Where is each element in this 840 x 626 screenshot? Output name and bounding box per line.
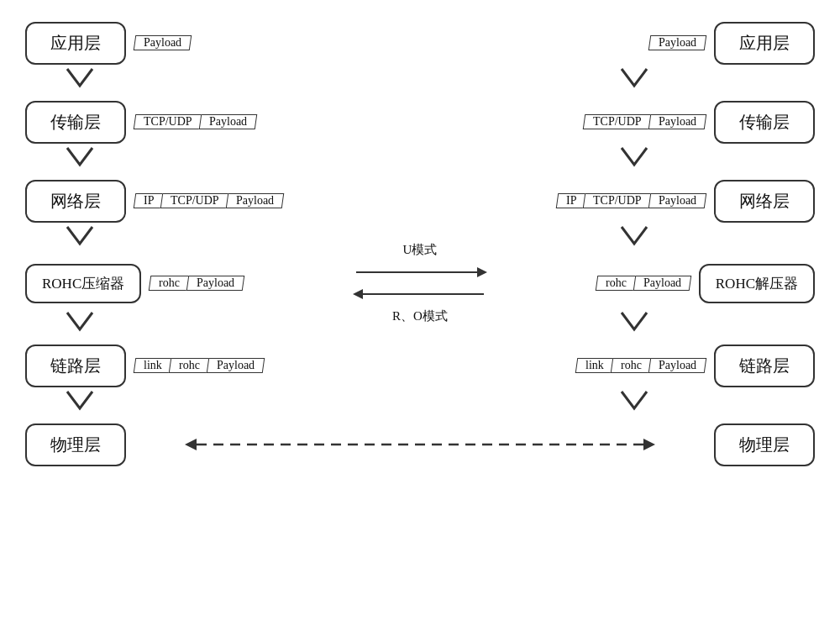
link-right-link: link <box>575 358 614 373</box>
arrow-row-1 <box>25 69 815 96</box>
link-left-packet: link rohc Payload <box>126 349 325 382</box>
network-right-tcpudp: TCP/UDP <box>583 193 652 208</box>
rohc-right-packet: rohc Payload <box>487 266 699 300</box>
link-right-rohc: rohc <box>611 358 652 373</box>
app-right-box: 应用层 <box>714 22 815 65</box>
link-right-box: 链路层 <box>714 345 815 387</box>
arrow-row-4 <box>25 313 815 339</box>
rohc-right-rohc: rohc <box>596 276 637 291</box>
app-left-box: 应用层 <box>25 22 126 65</box>
link-left-payload: Payload <box>206 358 265 373</box>
arrow-row-5 <box>25 392 815 418</box>
rohc-right-payload: Payload <box>633 276 691 291</box>
down-arrow-rohc-right <box>580 311 689 342</box>
rohc-left-payload: Payload <box>186 276 245 291</box>
rohc-layer-row: ROHC压缩器 rohc Payload U模式 R、O模式 <box>25 254 815 313</box>
right-arrow-svg <box>353 263 487 281</box>
dashed-bidirectional-arrow <box>185 432 655 457</box>
link-left-rohc: rohc <box>169 358 210 373</box>
app-right-packet: Payload <box>515 26 714 60</box>
link-layer-row: 链路层 link rohc Payload link rohc Payload … <box>25 339 815 392</box>
transport-right-tcpudp: TCP/UDP <box>583 114 652 129</box>
rohc-left-rohc: rohc <box>149 276 190 291</box>
app-left-payload: Payload <box>134 35 192 50</box>
u-mode-label: U模式 <box>403 242 438 258</box>
link-left-link: link <box>134 358 172 373</box>
arrow-row-2 <box>25 148 815 175</box>
transport-left-payload: Payload <box>198 114 257 129</box>
network-right-box: 网络层 <box>714 180 815 223</box>
network-left-tcpudp: TCP/UDP <box>160 193 229 208</box>
link-right-packet: link rohc Payload <box>515 349 714 382</box>
transport-left-packet: TCP/UDP Payload <box>126 105 325 139</box>
app-right-payload: Payload <box>648 35 707 50</box>
physical-left-box: 物理层 <box>25 423 126 466</box>
left-arrow-svg <box>353 285 487 303</box>
svg-marker-1 <box>477 267 487 277</box>
transport-right-packet: TCP/UDP Payload <box>515 105 714 139</box>
transport-right-box: 传输层 <box>714 101 815 144</box>
transport-layer-row: 传输层 TCP/UDP Payload TCP/UDP Payload 传输层 <box>25 96 815 148</box>
down-arrow-link-left <box>25 390 134 421</box>
down-arrow-transport-left <box>25 146 134 177</box>
down-arrow-app-right <box>580 67 689 98</box>
transport-left-box: 传输层 <box>25 101 126 144</box>
rohc-compressor-box: ROHC压缩器 <box>25 264 141 303</box>
network-left-box: 网络层 <box>25 180 126 223</box>
down-arrow-app-left <box>25 67 134 98</box>
transport-left-tcpudp: TCP/UDP <box>134 114 202 129</box>
down-arrow-network-right <box>580 225 689 256</box>
rohc-left-packet: rohc Payload <box>141 266 353 300</box>
svg-marker-3 <box>353 289 363 299</box>
network-right-payload: Payload <box>648 193 707 208</box>
app-layer-row: 应用层 Payload Payload 应用层 <box>25 17 815 69</box>
down-arrow-transport-right <box>580 146 689 177</box>
physical-right-box: 物理层 <box>714 423 815 466</box>
network-left-payload: Payload <box>226 193 285 208</box>
down-arrow-network-left <box>25 225 134 256</box>
network-layer-row: 网络层 IP TCP/UDP Payload IP TCP/UDP Payloa… <box>25 175 815 227</box>
transport-right-payload: Payload <box>648 114 707 129</box>
dashed-line-container <box>126 432 714 457</box>
app-left-packet: Payload <box>126 26 325 60</box>
rohc-decompressor-box: ROHC解压器 <box>699 264 815 303</box>
link-left-box: 链路层 <box>25 345 126 387</box>
network-right-packet: IP TCP/UDP Payload <box>515 184 714 218</box>
svg-marker-4 <box>185 439 197 450</box>
link-right-payload: Payload <box>648 358 707 373</box>
svg-marker-6 <box>643 439 655 450</box>
diagram: 应用层 Payload Payload 应用层 传输层 TCP/UDP <box>0 0 840 626</box>
down-arrow-link-right <box>580 390 689 421</box>
network-left-packet: IP TCP/UDP Payload <box>126 184 325 218</box>
down-arrow-rohc-left <box>25 311 134 342</box>
physical-layer-row: 物理层 物理层 <box>25 418 815 471</box>
